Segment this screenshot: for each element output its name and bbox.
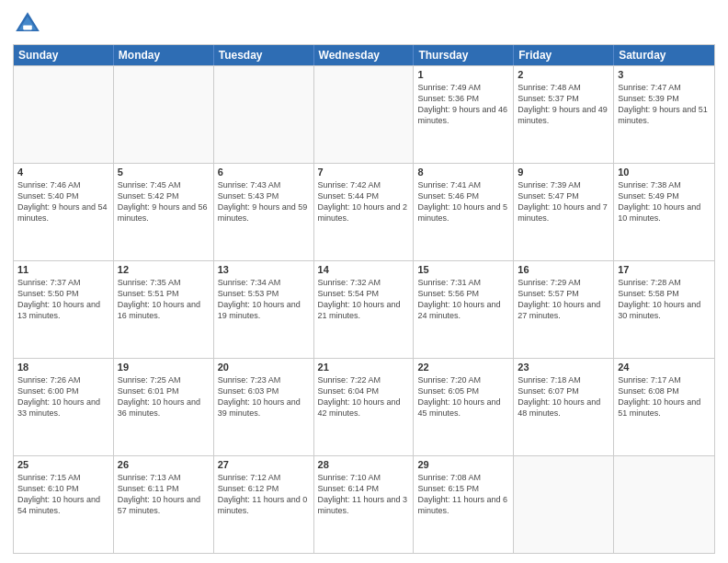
empty-cell-0-2	[214, 66, 314, 163]
day-number: 18	[17, 362, 109, 373]
day-number: 28	[318, 459, 410, 470]
page: SundayMondayTuesdayWednesdayThursdayFrid…	[0, 0, 728, 563]
header-day-tuesday: Tuesday	[214, 45, 314, 65]
day-cell-26: 26Sunrise: 7:13 AM Sunset: 6:11 PM Dayli…	[114, 456, 214, 553]
day-cell-1: 1Sunrise: 7:49 AM Sunset: 5:36 PM Daylig…	[414, 66, 514, 163]
cell-info: Sunrise: 7:46 AM Sunset: 5:40 PM Dayligh…	[17, 179, 109, 224]
day-number: 14	[318, 264, 410, 275]
calendar-row-1: 4Sunrise: 7:46 AM Sunset: 5:40 PM Daylig…	[14, 163, 714, 260]
cell-info: Sunrise: 7:31 AM Sunset: 5:56 PM Dayligh…	[417, 277, 509, 322]
cell-info: Sunrise: 7:41 AM Sunset: 5:46 PM Dayligh…	[417, 179, 509, 224]
day-cell-25: 25Sunrise: 7:15 AM Sunset: 6:10 PM Dayli…	[14, 456, 114, 553]
header-day-thursday: Thursday	[414, 45, 514, 65]
cell-info: Sunrise: 7:42 AM Sunset: 5:44 PM Dayligh…	[318, 179, 410, 224]
day-number: 4	[17, 167, 109, 178]
empty-cell-4-5	[514, 456, 614, 553]
day-cell-21: 21Sunrise: 7:22 AM Sunset: 6:04 PM Dayli…	[314, 359, 415, 455]
day-number: 16	[518, 264, 609, 275]
day-cell-20: 20Sunrise: 7:23 AM Sunset: 6:03 PM Dayli…	[214, 359, 314, 455]
cell-info: Sunrise: 7:13 AM Sunset: 6:11 PM Dayligh…	[118, 472, 210, 517]
day-cell-2: 2Sunrise: 7:48 AM Sunset: 5:37 PM Daylig…	[514, 66, 614, 163]
calendar-header: SundayMondayTuesdayWednesdayThursdayFrid…	[14, 45, 714, 65]
header-day-sunday: Sunday	[14, 45, 114, 65]
day-number: 9	[518, 167, 609, 178]
cell-info: Sunrise: 7:38 AM Sunset: 5:49 PM Dayligh…	[618, 179, 711, 224]
day-number: 20	[218, 362, 310, 373]
empty-cell-0-1	[114, 66, 214, 163]
day-cell-5: 5Sunrise: 7:45 AM Sunset: 5:42 PM Daylig…	[114, 164, 214, 260]
logo	[13, 9, 46, 39]
day-cell-19: 19Sunrise: 7:25 AM Sunset: 6:01 PM Dayli…	[114, 359, 214, 455]
calendar-row-3: 18Sunrise: 7:26 AM Sunset: 6:00 PM Dayli…	[14, 358, 714, 455]
day-number: 10	[618, 167, 711, 178]
day-cell-15: 15Sunrise: 7:31 AM Sunset: 5:56 PM Dayli…	[414, 261, 514, 358]
day-number: 19	[118, 362, 210, 373]
header-day-monday: Monday	[114, 45, 214, 65]
cell-info: Sunrise: 7:34 AM Sunset: 5:53 PM Dayligh…	[218, 277, 310, 322]
cell-info: Sunrise: 7:17 AM Sunset: 6:08 PM Dayligh…	[618, 374, 711, 419]
day-cell-10: 10Sunrise: 7:38 AM Sunset: 5:49 PM Dayli…	[614, 164, 714, 260]
header-day-friday: Friday	[514, 45, 614, 65]
cell-info: Sunrise: 7:20 AM Sunset: 6:05 PM Dayligh…	[417, 374, 509, 419]
day-cell-13: 13Sunrise: 7:34 AM Sunset: 5:53 PM Dayli…	[214, 261, 314, 358]
day-number: 13	[218, 264, 310, 275]
day-cell-27: 27Sunrise: 7:12 AM Sunset: 6:12 PM Dayli…	[214, 456, 314, 553]
cell-info: Sunrise: 7:39 AM Sunset: 5:47 PM Dayligh…	[518, 179, 609, 224]
day-cell-9: 9Sunrise: 7:39 AM Sunset: 5:47 PM Daylig…	[514, 164, 614, 260]
day-cell-6: 6Sunrise: 7:43 AM Sunset: 5:43 PM Daylig…	[214, 164, 314, 260]
day-number: 27	[218, 459, 310, 470]
day-cell-24: 24Sunrise: 7:17 AM Sunset: 6:08 PM Dayli…	[614, 359, 714, 455]
day-cell-23: 23Sunrise: 7:18 AM Sunset: 6:07 PM Dayli…	[514, 359, 614, 455]
day-cell-7: 7Sunrise: 7:42 AM Sunset: 5:44 PM Daylig…	[314, 164, 415, 260]
cell-info: Sunrise: 7:15 AM Sunset: 6:10 PM Dayligh…	[17, 472, 109, 517]
day-number: 12	[118, 264, 210, 275]
cell-info: Sunrise: 7:23 AM Sunset: 6:03 PM Dayligh…	[218, 374, 310, 419]
cell-info: Sunrise: 7:10 AM Sunset: 6:14 PM Dayligh…	[318, 472, 410, 517]
header-day-wednesday: Wednesday	[314, 45, 415, 65]
day-number: 26	[118, 459, 210, 470]
empty-cell-0-3	[314, 66, 415, 163]
empty-cell-4-6	[614, 456, 714, 553]
day-number: 8	[417, 167, 509, 178]
day-cell-3: 3Sunrise: 7:47 AM Sunset: 5:39 PM Daylig…	[614, 66, 714, 163]
day-cell-16: 16Sunrise: 7:29 AM Sunset: 5:57 PM Dayli…	[514, 261, 614, 358]
cell-info: Sunrise: 7:18 AM Sunset: 6:07 PM Dayligh…	[518, 374, 609, 419]
day-number: 15	[417, 264, 509, 275]
day-number: 5	[118, 167, 210, 178]
day-cell-28: 28Sunrise: 7:10 AM Sunset: 6:14 PM Dayli…	[314, 456, 415, 553]
day-number: 1	[417, 69, 509, 80]
day-cell-8: 8Sunrise: 7:41 AM Sunset: 5:46 PM Daylig…	[414, 164, 514, 260]
cell-info: Sunrise: 7:08 AM Sunset: 6:15 PM Dayligh…	[417, 472, 509, 517]
day-number: 22	[417, 362, 509, 373]
svg-rect-2	[23, 26, 32, 30]
day-number: 25	[17, 459, 109, 470]
cell-info: Sunrise: 7:32 AM Sunset: 5:54 PM Dayligh…	[318, 277, 410, 322]
cell-info: Sunrise: 7:28 AM Sunset: 5:58 PM Dayligh…	[618, 277, 711, 322]
calendar-row-0: 1Sunrise: 7:49 AM Sunset: 5:36 PM Daylig…	[14, 65, 714, 163]
cell-info: Sunrise: 7:29 AM Sunset: 5:57 PM Dayligh…	[518, 277, 609, 322]
day-number: 17	[618, 264, 711, 275]
day-cell-17: 17Sunrise: 7:28 AM Sunset: 5:58 PM Dayli…	[614, 261, 714, 358]
day-cell-12: 12Sunrise: 7:35 AM Sunset: 5:51 PM Dayli…	[114, 261, 214, 358]
day-cell-29: 29Sunrise: 7:08 AM Sunset: 6:15 PM Dayli…	[414, 456, 514, 553]
empty-cell-0-0	[14, 66, 114, 163]
cell-info: Sunrise: 7:25 AM Sunset: 6:01 PM Dayligh…	[118, 374, 210, 419]
day-cell-18: 18Sunrise: 7:26 AM Sunset: 6:00 PM Dayli…	[14, 359, 114, 455]
header-day-saturday: Saturday	[614, 45, 714, 65]
cell-info: Sunrise: 7:26 AM Sunset: 6:00 PM Dayligh…	[17, 374, 109, 419]
calendar: SundayMondayTuesdayWednesdayThursdayFrid…	[13, 44, 715, 554]
cell-info: Sunrise: 7:22 AM Sunset: 6:04 PM Dayligh…	[318, 374, 410, 419]
cell-info: Sunrise: 7:35 AM Sunset: 5:51 PM Dayligh…	[118, 277, 210, 322]
day-number: 24	[618, 362, 711, 373]
day-number: 11	[17, 264, 109, 275]
cell-info: Sunrise: 7:37 AM Sunset: 5:50 PM Dayligh…	[17, 277, 109, 322]
day-number: 29	[417, 459, 509, 470]
day-number: 7	[318, 167, 410, 178]
calendar-row-2: 11Sunrise: 7:37 AM Sunset: 5:50 PM Dayli…	[14, 260, 714, 358]
cell-info: Sunrise: 7:49 AM Sunset: 5:36 PM Dayligh…	[417, 82, 509, 127]
day-cell-4: 4Sunrise: 7:46 AM Sunset: 5:40 PM Daylig…	[14, 164, 114, 260]
day-number: 3	[618, 69, 711, 80]
day-number: 2	[518, 69, 609, 80]
day-number: 23	[518, 362, 609, 373]
cell-info: Sunrise: 7:43 AM Sunset: 5:43 PM Dayligh…	[218, 179, 310, 224]
